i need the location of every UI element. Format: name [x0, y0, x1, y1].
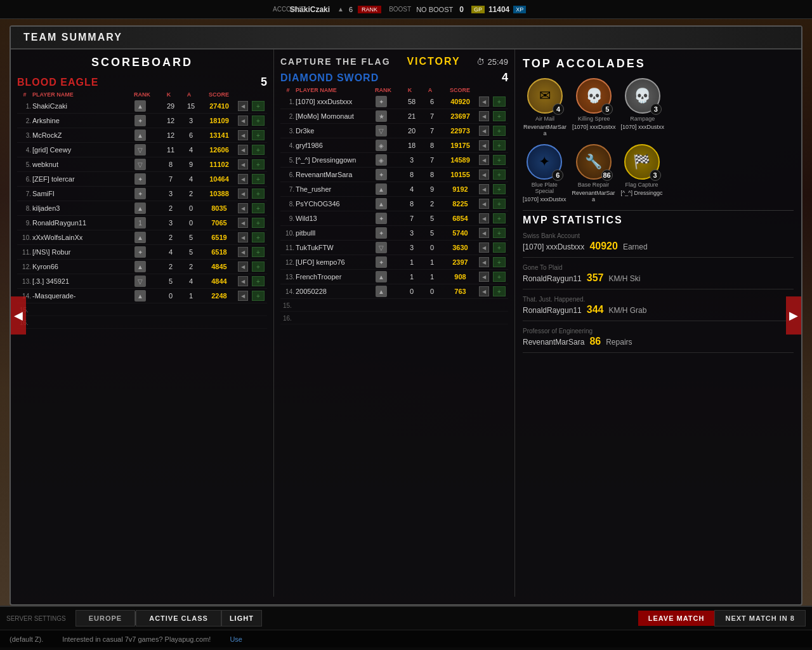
medal-icon-base-repair: 🔧 86 — [576, 144, 612, 180]
mute-button[interactable]: ◀ — [238, 262, 248, 272]
mute-button[interactable]: ◀ — [479, 228, 489, 238]
rank-icon: ▲ — [134, 261, 146, 272]
kills-val: 20 — [402, 127, 421, 135]
mvp-player: RonaldRaygun11 — [523, 274, 582, 283]
add-friend-button[interactable]: + — [252, 276, 265, 286]
add-friend-button[interactable]: + — [493, 213, 506, 223]
mute-button[interactable]: ◀ — [479, 257, 489, 267]
table-row: 7. The_rusher ▲ 4 9 9192 ◀ + — [280, 182, 508, 197]
mute-button[interactable]: ◀ — [238, 189, 248, 199]
score-val: 7065 — [202, 219, 237, 227]
add-friend-button[interactable]: + — [493, 257, 506, 267]
mute-button[interactable]: ◀ — [238, 291, 248, 301]
mute-button[interactable]: ◀ — [238, 276, 248, 286]
player-name: [^_^] Dressinggown — [296, 156, 374, 164]
add-friend-button[interactable]: + — [493, 272, 506, 282]
mute-button[interactable]: ◀ — [479, 140, 489, 150]
mvp-unit: KM/H Grab — [608, 306, 646, 315]
add-friend-button[interactable]: + — [493, 155, 506, 165]
rank-icon: ▲ — [134, 100, 146, 112]
europe-tab[interactable]: EUROPE — [75, 610, 135, 627]
kills-val: 3 — [161, 190, 180, 197]
xp-value: 11404 — [488, 5, 509, 14]
add-friend-button[interactable]: + — [493, 111, 506, 121]
scroll-left-arrow[interactable]: ◀ — [11, 296, 26, 335]
mute-button[interactable]: ◀ — [479, 213, 489, 223]
add-friend-button[interactable]: + — [493, 140, 506, 150]
mute-button[interactable]: ◀ — [479, 184, 489, 194]
mute-button[interactable]: ◀ — [238, 218, 248, 228]
add-friend-button[interactable]: + — [493, 242, 506, 253]
mute-button[interactable]: ◀ — [479, 126, 489, 136]
add-friend-button[interactable]: + — [252, 189, 265, 199]
add-friend-button[interactable]: + — [493, 199, 506, 209]
medal-count-blue-plate: 6 — [552, 169, 563, 181]
kills-val: 8 — [402, 200, 421, 208]
medal-icon-blue-plate: ✦ 6 — [527, 144, 562, 180]
add-friend-button[interactable]: + — [252, 262, 265, 272]
mute-button[interactable]: ◀ — [238, 232, 248, 242]
add-friend-button[interactable]: + — [252, 247, 265, 257]
rank-icon: ▲ — [134, 290, 146, 302]
mute-button[interactable]: ◀ — [479, 169, 489, 180]
add-friend-button[interactable]: + — [252, 145, 265, 155]
kills-val: 21 — [402, 112, 421, 120]
mute-button[interactable]: ◀ — [238, 130, 248, 140]
add-friend-button[interactable]: + — [252, 101, 265, 111]
add-friend-button[interactable]: + — [493, 96, 506, 107]
add-friend-button[interactable]: + — [493, 126, 506, 136]
mute-button[interactable]: ◀ — [479, 242, 489, 253]
add-friend-button[interactable]: + — [252, 218, 265, 228]
mute-button[interactable]: ◀ — [238, 174, 248, 184]
score-val: 763 — [443, 288, 478, 295]
mute-button[interactable]: ◀ — [479, 272, 489, 282]
kills-val: 1 — [402, 258, 421, 266]
mute-button[interactable]: ◀ — [479, 286, 489, 296]
medal-count-flag-capture: 3 — [650, 169, 661, 181]
xp-label: XP — [513, 6, 526, 13]
add-friend-button[interactable]: + — [252, 174, 265, 184]
mute-button[interactable]: ◀ — [479, 199, 489, 209]
mute-button[interactable]: ◀ — [479, 155, 489, 165]
score-val: 10155 — [443, 171, 478, 178]
gp-value: 0 — [459, 5, 464, 14]
kills-val: 2 — [161, 204, 180, 212]
mute-button[interactable]: ◀ — [479, 96, 489, 107]
add-friend-button[interactable]: + — [252, 130, 265, 140]
add-friend-button[interactable]: + — [493, 169, 506, 180]
bottom-bar: SERVER SETTINGS EUROPE ACTIVE CLASS LIGH… — [0, 606, 812, 650]
medal-label-base-repair: Base Repair — [578, 182, 610, 188]
leave-match-button[interactable]: LEAVE MATCH — [638, 611, 715, 626]
mute-button[interactable]: ◀ — [238, 101, 248, 111]
scroll-right-arrow[interactable]: ▶ — [786, 296, 801, 335]
add-friend-button[interactable]: + — [252, 232, 265, 242]
rank-icon: ✦ — [376, 256, 387, 268]
mute-button[interactable]: ◀ — [238, 203, 248, 213]
assists-val: 5 — [422, 215, 442, 222]
add-friend-button[interactable]: + — [493, 228, 506, 238]
active-class-tab[interactable]: ACTIVE CLASS — [136, 610, 221, 627]
score-val: 3630 — [443, 244, 478, 251]
score-val: 2248 — [202, 292, 237, 300]
add-friend-button[interactable]: + — [252, 203, 265, 213]
accolades-divider — [523, 210, 794, 211]
add-friend-button[interactable]: + — [252, 116, 265, 126]
assists-val: 2 — [181, 190, 200, 197]
mute-button[interactable]: ◀ — [238, 116, 248, 126]
add-friend-button[interactable]: + — [252, 159, 265, 169]
add-friend-button[interactable]: + — [252, 291, 265, 301]
table-row: 12. Kyron66 ▲ 2 2 4845 ◀ + — [17, 260, 267, 274]
mute-button[interactable]: ◀ — [238, 159, 248, 169]
mute-button[interactable]: ◀ — [479, 111, 489, 121]
mvp-unit: Earned — [623, 242, 648, 251]
add-friend-button[interactable]: + — [493, 184, 506, 194]
score-val: 14589 — [443, 156, 478, 164]
ticker-link[interactable]: Use — [230, 635, 242, 643]
player-name: [.3.] 345921 — [32, 277, 133, 285]
mute-button[interactable]: ◀ — [238, 247, 248, 257]
scoreboard-section: SCOREBOARD BLOOD EAGLE 5 # PLAYER NAME R… — [11, 50, 274, 597]
mute-button[interactable]: ◀ — [238, 145, 248, 155]
kills-val: 11 — [161, 146, 180, 154]
add-friend-button[interactable]: + — [493, 286, 506, 296]
mvp-detail: RonaldRaygun11 357 KM/H Ski — [523, 272, 794, 284]
